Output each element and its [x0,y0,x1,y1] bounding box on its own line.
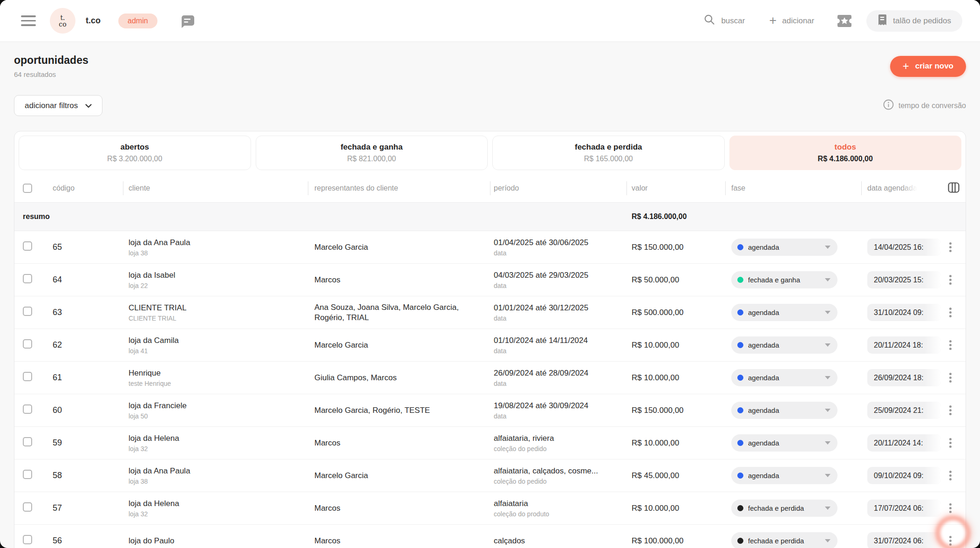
opportunity-value: R$ 10.000,00 [626,341,725,350]
period-subtitle: data [494,282,626,289]
opportunity-value: R$ 150.000,00 [626,243,725,252]
row-menu-button[interactable] [947,240,953,254]
phase-dropdown[interactable]: fechada e perdida [731,532,837,548]
row-checkbox[interactable] [23,307,32,316]
phase-dropdown[interactable]: agendada [731,239,837,256]
client-subtitle: loja 38 [129,250,308,257]
scheduled-date[interactable]: 17/07/2024 06: [867,500,941,517]
scheduled-date[interactable]: 20/03/2025 15: [867,271,941,288]
phase-label: agendada [748,406,820,414]
row-checkbox[interactable] [23,535,32,544]
row-menu-button[interactable] [947,338,953,352]
column-header-valor[interactable]: valor [626,174,725,202]
row-checkbox[interactable] [23,241,32,251]
summary-card-fechada-e-perdida[interactable]: fechada e perdida R$ 165.000,00 [492,136,725,170]
phase-dropdown[interactable]: agendada [731,336,837,354]
scheduled-date-text: 17/07/2024 06: [874,504,924,513]
client-name: loja da Isabel [129,270,308,280]
row-menu-button[interactable] [947,469,953,482]
client-representatives: Marcos [308,536,469,546]
scheduled-date[interactable]: 31/07/2024 06: [867,532,941,548]
add-filters-dropdown[interactable]: adicionar filtros [14,95,102,116]
results-count: 64 resultados [14,70,88,78]
star-ticket-icon[interactable] [837,14,852,28]
scheduled-date[interactable]: 31/10/2024 09: [867,304,941,321]
column-header-cliente[interactable]: cliente [123,174,308,202]
table-row: 58loja da Ana Paulaloja 38Marcelo Garcia… [14,459,966,492]
scheduled-date[interactable]: 14/04/2025 16: [867,239,941,256]
summary-row-label: resumo [14,212,123,221]
row-menu-button[interactable] [947,534,953,548]
phase-dropdown[interactable]: fechada e perdida [731,500,837,517]
scheduled-date-text: 20/03/2025 15: [874,276,924,284]
column-header-codigo[interactable]: código [52,174,123,202]
brand-logo[interactable]: t. co [50,8,75,34]
row-menu-button[interactable] [947,501,953,515]
phase-dropdown[interactable]: agendada [731,369,837,386]
scheduled-date[interactable]: 25/09/2024 21: [867,402,941,419]
scheduled-date[interactable]: 26/09/2024 18: [867,369,941,386]
scheduled-date-text: 20/11/2024 14: [874,439,923,447]
scheduled-date[interactable]: 20/11/2024 14: [867,434,941,452]
chevron-down-icon [825,539,830,542]
column-header-data-agendada[interactable]: data agendada [867,184,917,192]
period-value: alfaiataria, riviera [494,433,626,443]
row-checkbox[interactable] [23,404,32,414]
summary-card-abertos[interactable]: abertos R$ 3.200.000,00 [19,136,251,170]
phase-dropdown[interactable]: agendada [731,467,837,484]
scheduled-date-text: 31/10/2024 09: [874,308,924,317]
phase-label: fechada e ganha [748,276,820,284]
menu-icon[interactable] [21,15,36,26]
row-checkbox[interactable] [23,470,32,479]
scheduled-date[interactable]: 09/10/2024 09: [867,467,941,484]
summary-card-todos[interactable]: todos R$ 4.186.000,00 [729,136,962,170]
create-new-button[interactable]: + criar novo [890,56,966,77]
conversion-time-toggle[interactable]: tempo de conversão [883,99,966,112]
table-row: 63CLIENTE TRIALCLIENTE TRIALAna Souza, J… [14,296,966,329]
period-subtitle: data [494,380,626,387]
column-header-fase[interactable]: fase [725,174,861,202]
client-subtitle: loja 50 [129,413,308,420]
phase-dropdown[interactable]: agendada [731,434,837,452]
row-menu-button[interactable] [947,436,953,450]
row-menu-button[interactable] [947,273,953,287]
row-code: 57 [52,503,123,513]
row-menu-button[interactable] [947,306,953,319]
chat-icon[interactable] [178,12,196,30]
table-row: 57loja da Helenaloja 32Marcosalfaiataria… [14,492,966,525]
row-menu-button[interactable] [947,371,953,384]
summary-card-value: R$ 4.186.000,00 [818,155,873,163]
search-button[interactable]: buscar [703,14,745,28]
phase-dropdown[interactable]: fechada e ganha [731,271,837,288]
client-subtitle: loja 32 [129,445,308,452]
row-checkbox[interactable] [23,502,32,512]
chevron-down-icon [825,474,830,477]
period-subtitle: data [494,413,626,420]
row-checkbox[interactable] [23,437,32,446]
summary-card-fechada-e-ganha[interactable]: fechada e ganha R$ 821.000,00 [256,136,488,170]
logo-text-bottom: co [59,21,66,27]
app-window: t. co t.co admin [0,0,980,548]
plus-icon: + [769,14,776,27]
search-label: buscar [721,16,745,26]
period-value: alfaiataria, calçados, cosme... [494,466,626,476]
row-menu-button[interactable] [947,404,953,417]
row-code: 61 [52,373,123,383]
select-all-checkbox[interactable] [23,184,32,193]
phase-dropdown[interactable]: agendada [731,402,837,419]
columns-config-icon[interactable] [947,181,960,196]
row-checkbox[interactable] [23,339,32,349]
period-value: 01/04/2025 até 30/06/2025 [494,238,626,247]
row-checkbox[interactable] [23,372,32,381]
period-subtitle: data [494,250,626,257]
column-header-periodo[interactable]: período [490,174,626,202]
column-header-representantes[interactable]: representantes do cliente [308,174,490,202]
scheduled-date[interactable]: 20/11/2024 18: [867,336,941,354]
row-checkbox[interactable] [23,274,32,283]
add-button[interactable]: + adicionar [769,14,814,27]
phase-dropdown[interactable]: agendada [731,304,837,321]
client-representatives: Marcelo Garcia [308,471,469,480]
opportunity-value: R$ 10.000,00 [626,438,725,448]
order-pad-button[interactable]: talão de pedidos [866,10,962,32]
opportunity-value: R$ 150.000,00 [626,406,725,415]
